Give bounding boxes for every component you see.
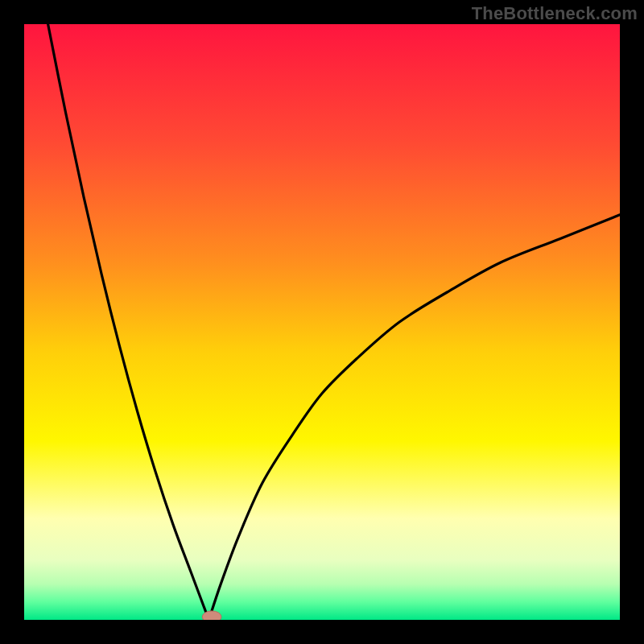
chart-frame: TheBottleneck.com [0, 0, 644, 644]
watermark-text: TheBottleneck.com [472, 3, 638, 24]
minimum-marker [202, 611, 221, 620]
plot-area [24, 24, 620, 620]
chart-svg [24, 24, 620, 620]
